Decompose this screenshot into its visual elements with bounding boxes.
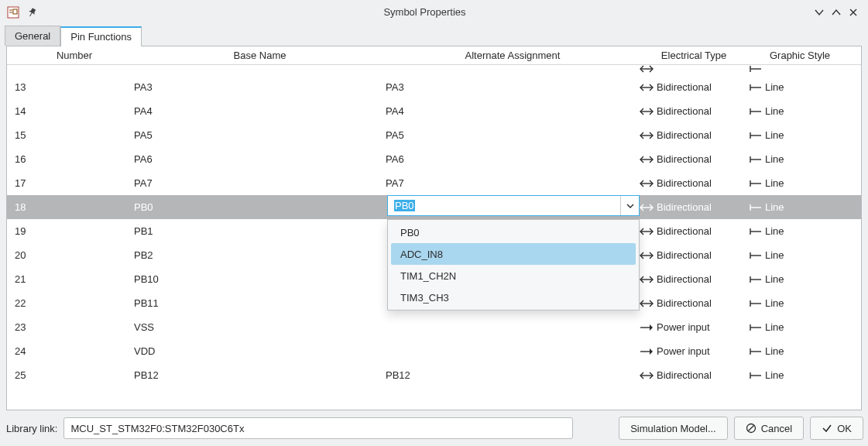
- column-header-number[interactable]: Number: [7, 46, 134, 64]
- bidirectional-icon: [640, 225, 654, 238]
- cell-graphic-style: Line: [748, 105, 852, 118]
- graphic-style-label: Line: [765, 321, 784, 333]
- power-input-icon: [640, 345, 654, 358]
- minimize-button[interactable]: [811, 4, 828, 21]
- cell-alt-assignment[interactable]: PA3: [386, 81, 640, 93]
- cell-graphic-style: Line: [748, 249, 852, 262]
- cancel-label: Cancel: [761, 423, 792, 434]
- table-row[interactable]: 24 VDD Power input Line: [7, 339, 861, 363]
- cell-electrical-type: Bidirectional: [640, 105, 748, 118]
- chevron-down-icon[interactable]: [620, 196, 639, 215]
- electrical-type-label: Bidirectional: [657, 153, 712, 165]
- cell-electrical-type: Bidirectional: [640, 177, 748, 190]
- cell-alt-assignment[interactable]: PA6: [386, 153, 640, 165]
- cancel-icon: [746, 423, 756, 434]
- cell-alt-assignment[interactable]: PA7: [386, 177, 640, 189]
- tab-pin-functions[interactable]: Pin Functions: [60, 26, 142, 46]
- cell-graphic-style: Line: [748, 225, 852, 238]
- cell-base-name: PB10: [134, 273, 386, 285]
- table-row[interactable]: 18 PB0 Bidirectional Line PB0: [7, 195, 861, 219]
- ok-button[interactable]: OK: [810, 417, 863, 440]
- dropdown-option[interactable]: ADC_IN8: [391, 243, 636, 265]
- maximize-button[interactable]: [828, 4, 845, 21]
- tab-pin-functions-label: Pin Functions: [70, 31, 132, 43]
- line-style-icon: [748, 273, 762, 286]
- line-style-icon: [748, 225, 762, 238]
- cancel-button[interactable]: Cancel: [734, 417, 804, 440]
- cell-number: 22: [7, 297, 134, 309]
- table-row[interactable]: 13 PA3 PA3 Bidirectional Line: [7, 75, 861, 99]
- cell-alt-assignment[interactable]: PA4: [386, 105, 640, 117]
- cell-number: 20: [7, 249, 134, 261]
- cell-electrical-type: Bidirectional: [640, 129, 748, 142]
- ok-label: OK: [837, 423, 852, 434]
- electrical-type-label: Power input: [657, 345, 710, 357]
- cell-base-name: PB1: [134, 225, 386, 237]
- library-link-input[interactable]: MCU_ST_STM32F0:STM32F030C6Tx: [63, 417, 573, 439]
- electrical-type-label: Bidirectional: [657, 369, 712, 381]
- bidirectional-icon: [640, 369, 654, 382]
- simulation-model-button[interactable]: Simulation Model...: [619, 417, 728, 440]
- graphic-style-label: Line: [765, 153, 784, 165]
- table-header: Number Base Name Alternate Assignment El…: [7, 46, 861, 65]
- line-style-icon: [748, 297, 762, 310]
- window-title: Symbol Properties: [39, 6, 811, 18]
- column-header-base-name[interactable]: Base Name: [134, 46, 386, 64]
- line-style-icon: [748, 81, 762, 94]
- line-style-icon: [748, 249, 762, 262]
- table-row[interactable]: 14 PA4 PA4 Bidirectional Line: [7, 99, 861, 123]
- line-style-icon: [748, 321, 762, 334]
- graphic-style-label: Line: [765, 129, 784, 141]
- cell-electrical-type: Power input: [640, 345, 748, 358]
- cell-electrical-type: Bidirectional: [640, 153, 748, 166]
- cell-alt-assignment[interactable]: PA5: [386, 129, 640, 141]
- dropdown-option[interactable]: PB0: [388, 221, 639, 243]
- svg-marker-40: [650, 324, 653, 331]
- table-row[interactable]: [7, 65, 861, 75]
- table-row[interactable]: 17 PA7 PA7 Bidirectional Line: [7, 171, 861, 195]
- cell-number: 14: [7, 105, 134, 117]
- alt-assignment-input[interactable]: PB0: [388, 196, 620, 215]
- cell-electrical-type: Bidirectional: [640, 297, 748, 310]
- cell-graphic-style: Line: [748, 201, 852, 214]
- close-button[interactable]: [845, 4, 862, 21]
- cell-graphic-style: Line: [748, 153, 852, 166]
- pin-window-icon[interactable]: [26, 6, 39, 19]
- cell-number: 19: [7, 225, 134, 237]
- cell-graphic-style: Line: [748, 129, 852, 142]
- cell-number: 15: [7, 129, 134, 141]
- tab-general-label: General: [15, 30, 50, 42]
- cell-number: 13: [7, 81, 134, 93]
- pin-functions-panel: Number Base Name Alternate Assignment El…: [6, 46, 862, 410]
- table-row[interactable]: 15 PA5 PA5 Bidirectional Line: [7, 123, 861, 147]
- graphic-style-label: Line: [765, 273, 784, 285]
- cell-graphic-style: Line: [748, 321, 852, 334]
- electrical-type-label: Bidirectional: [657, 81, 712, 93]
- dropdown-option[interactable]: TIM3_CH3: [388, 286, 639, 308]
- app-icon: [6, 5, 20, 19]
- bidirectional-icon: [640, 177, 654, 190]
- table-row[interactable]: 16 PA6 PA6 Bidirectional Line: [7, 147, 861, 171]
- tab-general[interactable]: General: [5, 26, 60, 46]
- bidirectional-icon: [640, 81, 654, 94]
- cell-graphic-style: Line: [748, 273, 852, 286]
- column-header-electrical-type[interactable]: Electrical Type: [640, 46, 748, 64]
- cell-alt-assignment[interactable]: PB12: [386, 369, 640, 381]
- cell-electrical-type: Bidirectional: [640, 273, 748, 286]
- alt-assignment-dropdown[interactable]: PB0 ADC_IN8 TIM1_CH2N TIM3_CH3: [387, 219, 640, 310]
- cell-base-name: PB2: [134, 249, 386, 261]
- table-row[interactable]: 23 VSS Power input Line: [7, 315, 861, 339]
- line-style-icon: [748, 345, 762, 358]
- library-link-label: Library link:: [5, 423, 57, 434]
- cell-base-name: PA4: [134, 105, 386, 117]
- dropdown-option[interactable]: TIM1_CH2N: [388, 265, 639, 286]
- table-row[interactable]: 25 PB12 PB12 Bidirectional Line: [7, 363, 861, 387]
- cell-base-name: PA3: [134, 81, 386, 93]
- cell-electrical-type: Power input: [640, 321, 748, 334]
- column-header-graphic-style[interactable]: Graphic Style: [748, 46, 852, 64]
- bidirectional-icon: [640, 65, 654, 75]
- column-header-alternate-assignment[interactable]: Alternate Assignment: [386, 46, 640, 64]
- alt-assignment-combobox[interactable]: PB0: [387, 195, 640, 216]
- library-link-value: MCU_ST_STM32F0:STM32F030C6Tx: [70, 423, 244, 434]
- graphic-style-label: Line: [765, 177, 784, 189]
